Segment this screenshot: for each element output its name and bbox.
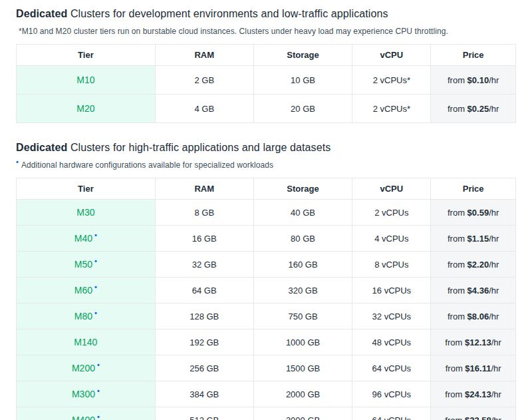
tier-name: M140 [74, 337, 97, 347]
ram-cell: 384 GB [155, 381, 253, 407]
hardware-config-dot-icon: • [94, 231, 97, 239]
price-suffix: /hr [489, 234, 499, 244]
vcpu-cell: 4 vCPUs [352, 226, 431, 252]
tier-cell: M200• [17, 355, 156, 381]
column-header-price: Price [431, 178, 516, 200]
tier-name: M40 [74, 233, 92, 244]
storage-cell: 40 GB [253, 200, 352, 226]
storage-cell: 10 GB [253, 66, 352, 95]
vcpu-cell: 16 vCPUs [352, 278, 431, 304]
price-suffix: /hr [491, 363, 501, 373]
pricing-table-prod: Tier RAM Storage vCPU Price M308 GB40 GB… [16, 178, 516, 420]
price-prefix: from [445, 389, 465, 399]
section-dev-clusters: Dedicated Clusters for development envir… [16, 8, 516, 123]
ram-cell: 256 GB [155, 355, 253, 381]
vcpu-cell: 2 vCPUs* [352, 66, 431, 95]
storage-cell: 160 GB [253, 252, 352, 278]
price-prefix: from [448, 312, 467, 321]
section-prod-clusters: Dedicated Clusters for high-traffic appl… [16, 142, 516, 420]
section-heading-rest: Clusters for development environments an… [67, 8, 388, 19]
table-row: M400•512 GB3000 GB64 vCPUsfrom $23.58/hr [17, 407, 516, 420]
ram-cell: 4 GB [155, 95, 253, 123]
price-prefix: from [448, 75, 467, 85]
vcpu-cell: 2 vCPUs [352, 200, 431, 226]
column-header-vcpu: vCPU [352, 178, 431, 200]
ram-cell: 2 GB [155, 66, 253, 95]
section-heading-emphasis: Dedicated [16, 142, 67, 153]
price-cell: from $0.10/hr [431, 66, 516, 95]
storage-cell: 3000 GB [253, 407, 352, 420]
ram-cell: 16 GB [155, 226, 253, 252]
table-row: M140192 GB1000 GB48 vCPUsfrom $12.13/hr [17, 329, 516, 355]
price-suffix: /hr [489, 75, 499, 85]
price-suffix: /hr [489, 208, 499, 218]
ram-cell: 32 GB [155, 252, 253, 278]
tier-cell: M80• [17, 304, 156, 329]
storage-cell: 1500 GB [253, 355, 352, 381]
column-header-storage: Storage [253, 178, 352, 200]
column-header-storage: Storage [253, 45, 352, 66]
tier-cell: M40• [17, 226, 156, 252]
price-value: $16.11 [465, 363, 491, 373]
price-cell: from $1.15/hr [431, 226, 516, 252]
hardware-config-dot-icon: • [94, 309, 97, 317]
section-note-text: Additional hardware configurations avail… [21, 160, 273, 170]
storage-cell: 750 GB [253, 304, 352, 329]
hardware-config-dot-icon: • [94, 283, 97, 291]
price-cell: from $2.20/hr [431, 252, 516, 278]
table-row: M204 GB20 GB2 vCPUs*from $0.25/hr [17, 95, 516, 123]
price-value: $1.15 [467, 234, 489, 244]
vcpu-cell: 32 vCPUs [352, 304, 431, 329]
ram-cell: 8 GB [155, 200, 253, 226]
vcpu-cell: 64 vCPUs [352, 355, 431, 381]
price-value: $4.36 [467, 286, 489, 296]
ram-cell: 192 GB [155, 329, 253, 355]
price-cell: from $0.59/hr [431, 200, 516, 226]
price-value: $0.59 [467, 208, 489, 218]
section-heading: Dedicated Clusters for high-traffic appl… [16, 142, 516, 154]
pricing-page: Dedicated Clusters for development envir… [0, 0, 532, 420]
price-value: $12.13 [465, 337, 491, 347]
price-prefix: from [448, 104, 467, 114]
hardware-config-dot-icon: • [94, 257, 97, 265]
storage-cell: 320 GB [253, 278, 352, 304]
table-row: M60•64 GB320 GB16 vCPUsfrom $4.36/hr [17, 278, 516, 304]
vcpu-cell: 2 vCPUs* [352, 95, 431, 123]
price-value: $0.25 [467, 104, 489, 114]
section-heading-rest: Clusters for high-traffic applications a… [67, 142, 331, 153]
table-row: M50•32 GB160 GB8 vCPUsfrom $2.20/hr [17, 252, 516, 278]
tier-name: M200 [72, 363, 95, 373]
table-row: M300•384 GB2000 GB96 vCPUsfrom $24.13/hr [17, 381, 516, 407]
table-header-row: Tier RAM Storage vCPU Price [17, 178, 516, 200]
storage-cell: 80 GB [253, 226, 352, 252]
price-prefix: from [448, 260, 467, 270]
price-prefix: from [445, 337, 465, 347]
table-row: M200•256 GB1500 GB64 vCPUsfrom $16.11/hr [17, 355, 516, 381]
hardware-config-dot-icon: • [97, 387, 100, 395]
storage-cell: 1000 GB [253, 329, 352, 355]
vcpu-cell: 8 vCPUs [352, 252, 431, 278]
section-heading-emphasis: Dedicated [16, 8, 67, 19]
table-row: M308 GB40 GB2 vCPUsfrom $0.59/hr [17, 200, 516, 226]
price-value: $0.10 [467, 75, 489, 85]
table-row: M102 GB10 GB2 vCPUs*from $0.10/hr [17, 66, 516, 95]
price-cell: from $23.58/hr [431, 407, 516, 420]
price-suffix: /hr [489, 104, 499, 114]
price-suffix: /hr [489, 286, 499, 296]
price-value: $23.58 [465, 415, 491, 420]
storage-cell: 20 GB [253, 95, 352, 123]
price-cell: from $8.06/hr [431, 304, 516, 329]
price-prefix: from [448, 286, 467, 296]
note-bullet-icon: • [16, 158, 19, 166]
tier-cell: M10 [17, 66, 156, 95]
tier-cell: M20 [17, 95, 156, 123]
tier-cell: M300• [17, 381, 156, 407]
price-suffix: /hr [491, 337, 501, 347]
price-cell: from $16.11/hr [431, 355, 516, 381]
ram-cell: 64 GB [155, 278, 253, 304]
column-header-vcpu: vCPU [352, 45, 431, 66]
tier-name: M300 [72, 389, 95, 399]
hardware-config-dot-icon: • [97, 361, 100, 369]
price-prefix: from [446, 363, 466, 373]
price-prefix: from [448, 234, 467, 244]
